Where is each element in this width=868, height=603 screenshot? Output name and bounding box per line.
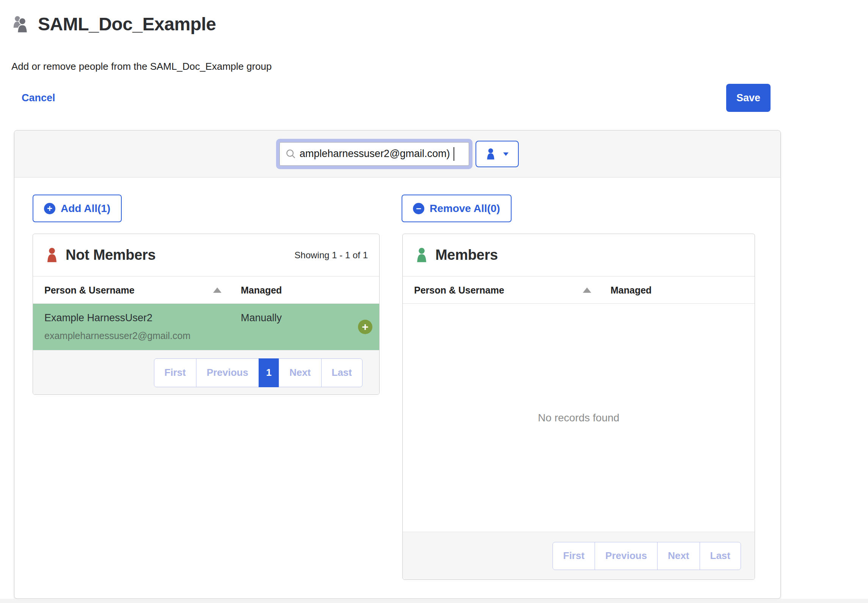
pagination-last-button[interactable]: Last (700, 542, 741, 570)
not-members-panel: Not Members Showing 1 - 1 of 1 Person & … (33, 234, 380, 395)
not-members-pagination: First Previous 1 Next Last (154, 358, 363, 387)
save-button[interactable]: Save (726, 84, 771, 112)
members-footer: First Previous Next Last (403, 532, 755, 579)
members-panel: Members Person & Username Managed No rec… (402, 234, 755, 580)
minus-circle-icon: − (413, 203, 424, 214)
page-title: SAML_Doc_Example (38, 14, 216, 35)
members-table-header: Person & Username Managed (403, 276, 755, 304)
members-empty-state: No records found (403, 304, 755, 532)
pagination-previous-button[interactable]: Previous (595, 542, 658, 570)
text-cursor (454, 147, 454, 161)
row-person-name: Example HarnessUser2 (44, 312, 152, 324)
chevron-down-icon (502, 151, 509, 157)
pagination-page-1-button[interactable]: 1 (259, 358, 279, 387)
not-members-title: Not Members (66, 247, 155, 263)
column-person-username[interactable]: Person & Username (414, 284, 504, 295)
pagination-next-button[interactable]: Next (279, 358, 321, 387)
group-membership-page: SAML_Doc_Example Add or remove people fr… (0, 0, 868, 603)
page-subtitle: Add or remove people from the SAML_Doc_E… (11, 61, 272, 72)
pagination-last-button[interactable]: Last (321, 358, 363, 387)
remove-all-button[interactable]: − Remove All(0) (402, 195, 512, 222)
members-title: Members (435, 247, 498, 263)
search-input[interactable]: ampleharnessuser2@gmail.com) (279, 142, 469, 166)
add-all-button[interactable]: + Add All(1) (33, 195, 122, 222)
search-focus-ring: ampleharnessuser2@gmail.com) (276, 139, 472, 169)
not-members-footer: First Previous 1 Next Last (33, 350, 379, 395)
column-person-username[interactable]: Person & Username (44, 284, 135, 295)
table-row[interactable]: Example HarnessUser2 exampleharnessuser2… (33, 304, 379, 350)
person-icon-red (44, 247, 60, 264)
sort-ascending-icon[interactable] (213, 287, 221, 293)
person-icon (485, 148, 496, 160)
row-username: exampleharnessuser2@gmail.com (44, 330, 190, 341)
members-header: Members (403, 234, 755, 276)
sort-ascending-icon[interactable] (583, 287, 591, 293)
add-person-icon[interactable]: + (358, 320, 372, 334)
below-fold-strip (0, 599, 868, 603)
members-pagination: First Previous Next Last (553, 542, 741, 570)
column-managed[interactable]: Managed (241, 284, 282, 295)
not-members-header: Not Members Showing 1 - 1 of 1 (33, 234, 379, 276)
person-icon-green (414, 247, 429, 264)
pagination-first-button[interactable]: First (553, 542, 595, 570)
plus-circle-icon: + (44, 203, 55, 214)
no-records-text: No records found (538, 412, 620, 424)
pagination-first-button[interactable]: First (154, 358, 196, 387)
group-icon (11, 14, 31, 35)
search-input-value: ampleharnessuser2@gmail.com) (300, 148, 450, 160)
search-type-dropdown[interactable] (476, 141, 519, 167)
column-managed[interactable]: Managed (611, 284, 651, 295)
membership-editor-container: ampleharnessuser2@gmail.com) (14, 130, 781, 599)
pagination-next-button[interactable]: Next (657, 542, 700, 570)
not-members-showing-count: Showing 1 - 1 of 1 (295, 250, 368, 261)
remove-all-label: Remove All(0) (430, 203, 500, 215)
add-all-label: Add All(1) (61, 203, 110, 215)
search-strip: ampleharnessuser2@gmail.com) (14, 130, 780, 177)
row-managed-value: Manually (241, 312, 282, 324)
cancel-link[interactable]: Cancel (22, 92, 55, 104)
pagination-previous-button[interactable]: Previous (196, 358, 259, 387)
search-icon (285, 148, 297, 160)
not-members-table-header: Person & Username Managed (33, 276, 379, 304)
page-title-row: SAML_Doc_Example (11, 14, 216, 35)
